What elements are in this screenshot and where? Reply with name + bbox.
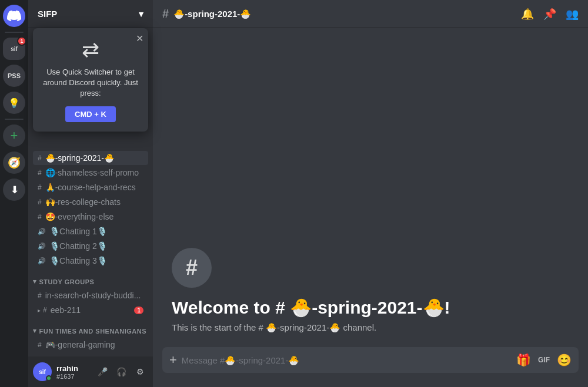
gif-button[interactable]: GIF (538, 356, 550, 364)
channel-header-name: 🐣-spring-2021-🐣 (173, 9, 251, 19)
channel-chatting2[interactable]: 🔊 🎙️Chatting 2🎙️ (33, 239, 148, 253)
pin-icon: 📌 (543, 8, 556, 21)
voice-icon: 🔊 (38, 243, 46, 250)
channel-chatting3[interactable]: 🔊 🎙️Chatting 3🎙️ (33, 254, 148, 268)
explore-button[interactable]: 🧭 (3, 152, 25, 174)
channel-name: 🙌-res-college-chats (45, 197, 121, 207)
server-sifp[interactable]: sif 1 (3, 38, 25, 60)
server-lightp[interactable]: 💡 (3, 92, 25, 114)
gift-button[interactable]: 🎁 (516, 353, 531, 367)
add-attachment-button[interactable]: + (169, 352, 177, 368)
channel-general-gaming[interactable]: # 🎮-general-gaming (33, 338, 148, 352)
category-fun-times[interactable]: ▾ FUN TIMES AND SHENANIGANS (28, 318, 153, 337)
channel-res-college[interactable]: # 🙌-res-college-chats (33, 195, 148, 209)
voice-icon: 🔊 (38, 257, 46, 265)
members-button[interactable]: 👥 (566, 8, 579, 21)
channel-name: in-search-of-study-buddi... (45, 291, 141, 300)
avatar: sif (33, 362, 52, 381)
quick-switcher-text: Use Quick Switcher to get around Discord… (42, 67, 139, 99)
message-input-area: + 🎁 GIF 😊 (153, 347, 588, 387)
emoji-button[interactable]: 😊 (557, 353, 572, 367)
hash-icon: # (38, 154, 42, 162)
settings-button[interactable]: ⚙ (132, 364, 148, 380)
quick-switcher-shortcut-button[interactable]: CMD + K (65, 106, 116, 122)
bell-icon: 🔔 (521, 8, 534, 21)
collapse-icon: ▸ (38, 307, 41, 314)
channel-name: 🎮-general-gaming (45, 340, 115, 349)
channel-header-right: 🔔 📌 👥 (521, 8, 579, 21)
hash-icon: # (38, 169, 42, 177)
channel-spring-2021[interactable]: # 🐣-spring-2021-🐣 (33, 151, 148, 165)
channel-name: 🎙️Chatting 2🎙️ (49, 241, 107, 251)
channel-study-buddi[interactable]: # in-search-of-study-buddi... (33, 288, 148, 302)
channel-name: 🎙️Chatting 1🎙️ (49, 227, 107, 236)
hash-icon: # (38, 213, 42, 221)
download-button[interactable]: ⬇ (3, 179, 25, 201)
user-bar: sif rrahin #1637 🎤 🎧 ⚙ (28, 356, 153, 387)
channel-name: 🙏-course-help-and-recs (45, 183, 136, 192)
status-dot (46, 375, 52, 381)
channel-everything-else[interactable]: # 🤩-everything-else (33, 210, 148, 224)
hash-icon: # (38, 341, 42, 349)
server-pss[interactable]: PSS (3, 65, 25, 87)
channel-eeb-211[interactable]: ▸ # eeb-211 1 (33, 303, 148, 317)
category-arrow: ▾ (33, 327, 37, 335)
server-sifp-label: sif (11, 46, 18, 52)
chevron-down-icon: ▾ (139, 9, 143, 19)
channel-name: 🎙️Chatting 3🎙️ (49, 256, 107, 265)
sidebar: SIFP ▾ ✕ ⇄ Use Quick Switcher to get aro… (28, 0, 153, 387)
hash-icon: # (38, 183, 42, 191)
welcome-section: # Welcome to # 🐣-spring-2021-🐣! This is … (162, 238, 579, 338)
channel-list: # 🐣-spring-2021-🐣 # 🌐-shameless-self-pro… (28, 146, 153, 356)
username: rrahin (56, 364, 89, 373)
quick-switcher-close-button[interactable]: ✕ (136, 33, 143, 44)
notification-bell-button[interactable]: 🔔 (521, 8, 534, 21)
channel-badge: 1 (134, 307, 143, 314)
user-controls: 🎤 🎧 ⚙ (94, 364, 148, 380)
category-label: STUDY GROUPS (39, 278, 95, 285)
user-discriminator: #1637 (56, 373, 89, 380)
messages-area: # Welcome to # 🐣-spring-2021-🐣! This is … (153, 28, 588, 347)
server-name: SIFP (38, 9, 57, 19)
pin-button[interactable]: 📌 (543, 8, 556, 21)
message-input[interactable] (182, 355, 512, 365)
headphone-button[interactable]: 🎧 (113, 364, 129, 380)
main-content: # 🐣-spring-2021-🐣 🔔 📌 👥 # Welcome to # 🐣… (153, 0, 588, 387)
quick-switcher-icon: ⇄ (42, 38, 139, 62)
channel-header: # 🐣-spring-2021-🐣 🔔 📌 👥 (153, 0, 588, 28)
channel-name: eeb-211 (51, 305, 81, 315)
channel-hash-icon: # (162, 7, 169, 21)
icon-divider (5, 32, 24, 33)
plus-icon: + (169, 352, 177, 368)
server-sifp-badge: 1 (17, 36, 26, 46)
gift-icon: 🎁 (516, 354, 531, 366)
category-arrow: ▾ (33, 278, 37, 285)
members-icon: 👥 (566, 8, 579, 21)
message-input-right-icons: 🎁 GIF 😊 (516, 353, 572, 367)
hash-icon: # (38, 198, 42, 206)
channel-header-left: # 🐣-spring-2021-🐣 (162, 7, 251, 21)
server-header[interactable]: SIFP ▾ (28, 0, 153, 28)
icon-bar: sif 1 PSS 💡 + 🧭 ⬇ (0, 0, 28, 387)
server-lightp-label: 💡 (8, 97, 20, 109)
add-server-button[interactable]: + (3, 124, 25, 147)
hash-icon: # (43, 306, 47, 314)
microphone-button[interactable]: 🎤 (94, 364, 111, 380)
channel-chatting1[interactable]: 🔊 🎙️Chatting 1🎙️ (33, 224, 148, 238)
channel-name: 🌐-shameless-self-promo (45, 168, 139, 177)
category-label: FUN TIMES AND SHENANIGANS (39, 328, 147, 335)
category-study-groups[interactable]: ▾ STUDY GROUPS (28, 268, 153, 288)
download-icon: ⬇ (11, 184, 18, 196)
discord-home-button[interactable] (3, 5, 25, 27)
channel-course-help[interactable]: # 🙏-course-help-and-recs (33, 180, 148, 194)
welcome-title: Welcome to # 🐣-spring-2021-🐣! (172, 297, 569, 318)
channel-name: 🐣-spring-2021-🐣 (45, 153, 114, 163)
channel-shameless[interactable]: # 🌐-shameless-self-promo (33, 166, 148, 180)
add-icon: + (11, 128, 18, 143)
gif-label: GIF (538, 356, 550, 364)
server-pss-label: PSS (8, 72, 21, 79)
icon-divider-2 (5, 119, 24, 120)
voice-icon: 🔊 (38, 228, 46, 235)
quick-switcher-popup: ✕ ⇄ Use Quick Switcher to get around Dis… (33, 28, 148, 132)
welcome-description: This is the start of the # 🐣-spring-2021… (172, 322, 569, 333)
